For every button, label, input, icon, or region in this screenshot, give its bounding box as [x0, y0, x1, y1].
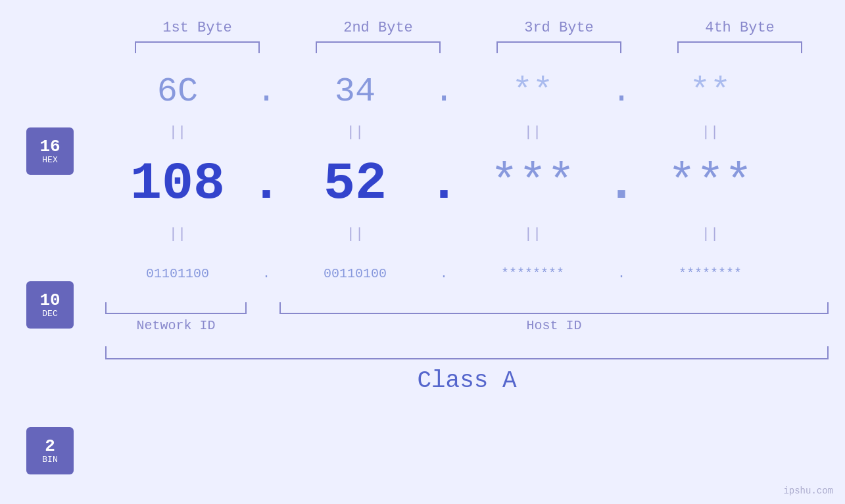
dec-badge-label: DEC — [42, 309, 57, 319]
dec-sep2: . — [427, 154, 460, 214]
bin-sep2: . — [427, 266, 460, 281]
eq1-b3: || — [460, 124, 605, 141]
bottom-brackets — [105, 302, 829, 314]
bin-badge: 2 BIN — [26, 427, 74, 474]
full-layout: 16 HEX 10 DEC 2 BIN 6C . — [0, 65, 845, 474]
bin-badge-label: BIN — [42, 455, 57, 465]
byte2-header: 2nd Byte — [306, 20, 450, 36]
bracket-top-1 — [135, 41, 260, 53]
bracket-top-2 — [316, 41, 441, 53]
eq2-b4: || — [638, 226, 783, 242]
eq2-b2: || — [283, 226, 427, 242]
dec-b4: *** — [638, 156, 783, 210]
outer-bottom-bracket — [105, 346, 829, 359]
bin-row: 01101100 . 00110100 . ******** . — [105, 249, 829, 298]
dec-sep3: . — [605, 154, 638, 214]
dec-b1: 108 — [105, 154, 250, 214]
hex-b2: 34 — [283, 72, 427, 111]
main-grid: 6C . 34 . ** . ** — [92, 65, 845, 474]
byte4-header: 4th Byte — [667, 20, 812, 36]
network-bracket — [105, 302, 247, 314]
eq1-b1: || — [105, 124, 250, 141]
dec-row: 108 . 52 . *** . *** — [105, 147, 829, 219]
eq-row-2: || || || || — [105, 219, 829, 249]
hex-b4: ** — [638, 72, 783, 111]
bracket-top-3 — [496, 41, 621, 53]
hex-sep3: . — [605, 72, 638, 111]
bracket-top-4 — [677, 41, 802, 53]
bin-b4: ******** — [638, 266, 783, 281]
main-container: 1st Byte 2nd Byte 3rd Byte 4th Byte 16 H… — [0, 0, 845, 504]
class-label: Class A — [105, 367, 829, 394]
bin-sep1: . — [250, 266, 283, 281]
dec-b3: *** — [460, 156, 605, 210]
eq2-b1: || — [105, 226, 250, 242]
dec-sep1: . — [250, 154, 283, 214]
byte1-header: 1st Byte — [125, 20, 270, 36]
bin-badge-num: 2 — [45, 437, 55, 456]
hex-sep1: . — [250, 72, 283, 111]
hex-sep2: . — [427, 72, 460, 111]
host-id-label: Host ID — [279, 318, 829, 333]
hex-b1: 6C — [105, 72, 250, 111]
network-id-label: Network ID — [105, 318, 247, 333]
eq-row-1: || || || || — [105, 118, 829, 147]
dec-badge-num: 10 — [39, 291, 60, 310]
hex-row: 6C . 34 . ** . ** — [105, 65, 829, 118]
dec-badge: 10 DEC — [26, 281, 74, 329]
bin-b2: 00110100 — [283, 266, 427, 281]
hex-b3: ** — [460, 72, 605, 111]
host-bracket — [279, 302, 829, 314]
bin-b1: 01101100 — [105, 266, 250, 281]
watermark: ipshu.com — [783, 486, 833, 496]
dec-b2: 52 — [283, 154, 427, 214]
hex-badge-label: HEX — [42, 156, 57, 165]
eq1-b2: || — [283, 124, 427, 141]
eq1-b4: || — [638, 124, 783, 141]
bin-b3: ******** — [460, 266, 605, 281]
badges-column: 16 HEX 10 DEC 2 BIN — [0, 65, 92, 474]
hex-badge: 16 HEX — [26, 127, 74, 175]
bin-sep3: . — [605, 266, 638, 281]
eq2-b3: || — [460, 226, 605, 242]
hex-badge-num: 16 — [39, 137, 60, 156]
id-labels: Network ID Host ID — [105, 318, 829, 333]
byte3-header: 3rd Byte — [487, 20, 631, 36]
